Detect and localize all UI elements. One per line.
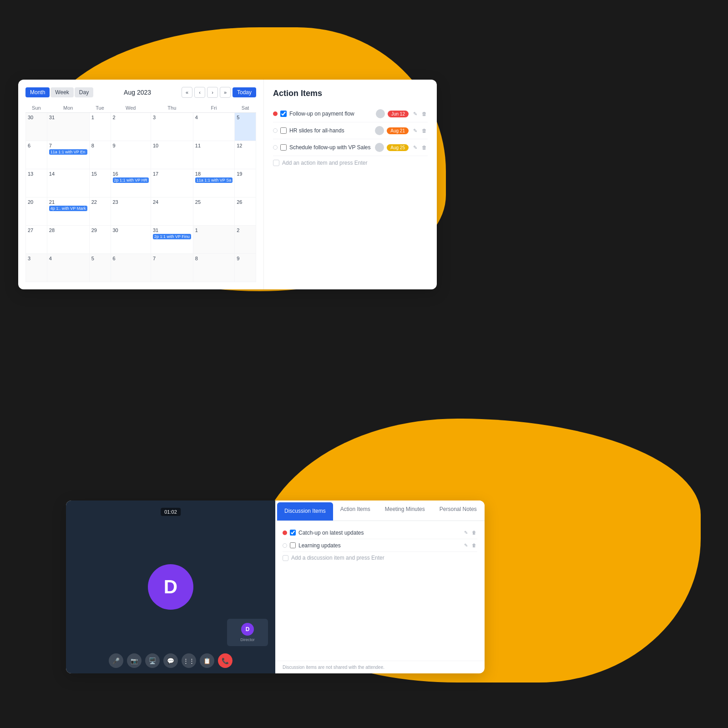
month-tab[interactable]: Month — [25, 87, 50, 97]
week-tab[interactable]: Week — [51, 87, 73, 97]
delete-icon[interactable]: 🗑 — [420, 110, 428, 117]
tab-meeting-minutes[interactable]: Meeting Minutes — [378, 500, 432, 521]
delete-icon[interactable]: 🗑 — [470, 542, 477, 549]
cal-day[interactable]: 9 — [235, 254, 256, 282]
cal-nav-next[interactable]: › — [207, 87, 218, 98]
notes-button[interactable]: 📋 — [200, 653, 214, 668]
add-action-checkbox — [273, 160, 279, 166]
cal-day[interactable]: 13 — [26, 169, 47, 197]
cal-day[interactable]: 27 — [26, 226, 47, 254]
cal-day[interactable]: 22 — [89, 197, 111, 226]
delete-icon[interactable]: 🗑 — [420, 144, 428, 151]
tab-personal-notes[interactable]: Personal Notes — [432, 500, 484, 521]
calendar-view-tabs: Month Week Day — [25, 87, 93, 97]
action-item-badge: Jun 12 — [388, 111, 409, 117]
delete-icon[interactable]: 🗑 — [470, 529, 477, 536]
cal-nav-last[interactable]: » — [220, 87, 231, 98]
edit-icon[interactable]: ✎ — [411, 144, 419, 151]
cal-day[interactable]: 26 — [235, 197, 256, 226]
cal-day[interactable]: 8 — [193, 254, 234, 282]
cal-event[interactable]: 2p 1:1 with VP Finu — [153, 234, 191, 239]
discussion-item-icons: ✎ 🗑 — [462, 529, 477, 536]
cal-today-button[interactable]: Today — [233, 87, 256, 97]
action-item-checkbox[interactable] — [280, 144, 287, 151]
priority-dot — [273, 111, 278, 116]
cal-day[interactable]: 23 — [111, 197, 151, 226]
tab-action-items[interactable]: Action Items — [333, 500, 378, 521]
cal-day[interactable]: 31 — [47, 113, 89, 141]
cal-day[interactable]: 711a 1:1 with VP En — [47, 141, 89, 169]
cal-day[interactable]: 14 — [47, 169, 89, 197]
cal-event[interactable]: 11a 1:1 with VP Sa — [195, 177, 233, 183]
edit-icon[interactable]: ✎ — [462, 529, 469, 536]
edit-icon[interactable]: ✎ — [411, 127, 419, 134]
notes-section: Discussion Items Action Items Meeting Mi… — [275, 500, 485, 673]
cal-day[interactable]: 4 — [193, 113, 234, 141]
cal-day[interactable]: 3 — [151, 113, 193, 141]
discussion-item-checkbox[interactable] — [290, 530, 296, 536]
cal-day[interactable]: 30 — [111, 226, 151, 254]
pip-label: Director — [240, 637, 255, 642]
cal-day[interactable]: 25 — [193, 197, 234, 226]
cal-day[interactable]: 2 — [111, 113, 151, 141]
cal-day[interactable]: 10 — [151, 141, 193, 169]
action-item-text: Follow-up on payment flow — [289, 111, 373, 117]
cal-day[interactable]: 1 — [193, 226, 234, 254]
cal-day[interactable]: 312p 1:1 with VP Finu — [151, 226, 193, 254]
cal-nav-first[interactable]: « — [182, 87, 192, 98]
cal-event[interactable]: 2p 1:1 with VP HR — [113, 177, 149, 183]
cal-nav-prev[interactable]: ‹ — [194, 87, 205, 98]
delete-icon[interactable]: 🗑 — [420, 127, 428, 134]
cal-day[interactable]: 15 — [89, 169, 111, 197]
discussion-item-text: Catch-up on latest updates — [298, 530, 460, 536]
apps-button[interactable]: ⋮⋮ — [182, 653, 196, 668]
cal-day[interactable]: 17 — [151, 169, 193, 197]
day-tab[interactable]: Day — [75, 87, 93, 97]
chat-button[interactable]: 💬 — [163, 653, 178, 668]
edit-icon[interactable]: ✎ — [411, 110, 419, 117]
cal-day[interactable]: 4 — [47, 254, 89, 282]
cal-event[interactable]: 11a 1:1 with VP En — [49, 149, 87, 155]
cal-day[interactable]: 1 — [89, 113, 111, 141]
action-item-avatar — [375, 143, 384, 152]
action-item-text: Schedule follow-up with VP Sales — [289, 144, 372, 151]
cal-day[interactable]: 19 — [235, 169, 256, 197]
cal-day[interactable]: 30 — [26, 113, 47, 141]
discussion-item-checkbox[interactable] — [290, 542, 296, 548]
cal-day[interactable]: 2 — [235, 226, 256, 254]
cal-day[interactable]: 6 — [26, 141, 47, 169]
action-item-checkbox[interactable] — [280, 127, 287, 134]
cal-day[interactable]: 1811a 1:1 with VP Sa — [193, 169, 234, 197]
cal-day[interactable]: 9 — [111, 141, 151, 169]
mute-button[interactable]: 🎤 — [109, 653, 123, 668]
discussion-item-text: Learning updates — [298, 542, 460, 549]
cal-day[interactable]: 29 — [89, 226, 111, 254]
cal-day[interactable]: 6 — [111, 254, 151, 282]
tab-discussion-items[interactable]: Discussion Items — [277, 502, 333, 521]
cal-day[interactable]: 8 — [89, 141, 111, 169]
add-discussion-placeholder[interactable]: Add a discussion item and press Enter — [291, 555, 384, 561]
cal-day[interactable]: 5 — [235, 113, 256, 141]
cal-day[interactable]: 7 — [151, 254, 193, 282]
action-item-icons: ✎ 🗑 — [411, 127, 428, 134]
cal-day[interactable]: 12 — [235, 141, 256, 169]
calendar-nav: « ‹ › » Today — [182, 87, 256, 98]
col-thu: Thu — [151, 103, 193, 113]
cal-day[interactable]: 20 — [26, 197, 47, 226]
discussion-item-row: Learning updates ✎ 🗑 — [283, 539, 477, 552]
screen-share-button[interactable]: 🖥️ — [145, 653, 160, 668]
cal-day[interactable]: 5 — [89, 254, 111, 282]
cal-day[interactable]: 28 — [47, 226, 89, 254]
cal-day[interactable]: 214p 1:. with VP Mark — [47, 197, 89, 226]
cal-day[interactable]: 162p 1:1 with VP HR — [111, 169, 151, 197]
cal-day[interactable]: 11 — [193, 141, 234, 169]
cal-day[interactable]: 3 — [26, 254, 47, 282]
action-item-checkbox[interactable] — [280, 111, 287, 117]
add-action-placeholder[interactable]: Add an action item and press Enter — [282, 160, 367, 166]
cal-day[interactable]: 24 — [151, 197, 193, 226]
edit-icon[interactable]: ✎ — [462, 542, 469, 549]
cal-event[interactable]: 4p 1:. with VP Mark — [49, 206, 87, 211]
camera-button[interactable]: 📷 — [127, 653, 142, 668]
priority-dot — [273, 128, 278, 133]
end-call-button[interactable]: 📞 — [218, 653, 233, 668]
